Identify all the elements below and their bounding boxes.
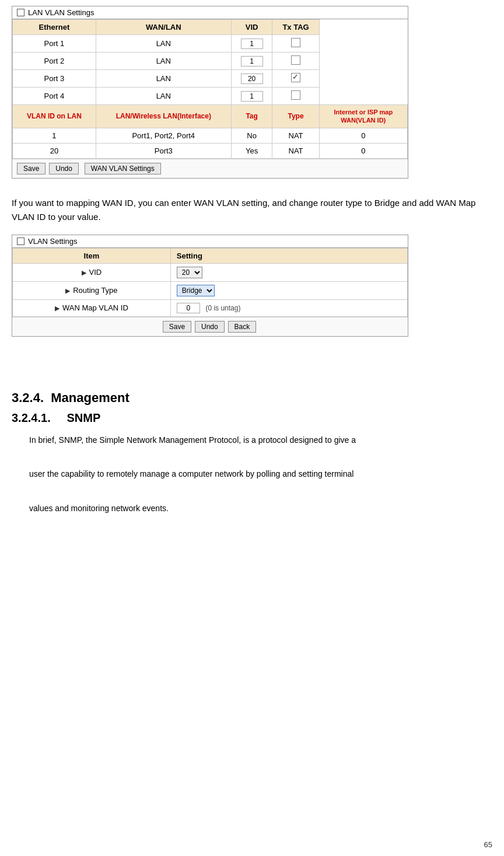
txtag-cell xyxy=(272,70,319,88)
wan-lan-cell: LAN xyxy=(96,88,231,105)
vlan-save-btn[interactable]: Save xyxy=(163,321,191,333)
vid-cell xyxy=(231,35,272,53)
vlan-vid-item: ▶VID xyxy=(13,263,171,281)
section-3241-title: SNMP xyxy=(67,411,101,424)
vid-input-2[interactable] xyxy=(241,74,263,84)
lan-vlan-btn-row: Save Undo WAN VLAN Settings xyxy=(12,159,408,178)
routing-arrow-icon: ▶ xyxy=(65,287,70,295)
wan-vlan-settings-btn[interactable]: WAN VLAN Settings xyxy=(85,163,161,174)
vlan-routing-setting: Bridge NAT xyxy=(170,281,407,299)
wan-lan-cell: LAN xyxy=(96,70,231,88)
lower-type: NAT xyxy=(272,143,319,158)
page-number: 65 xyxy=(484,840,492,849)
vid-input-1[interactable] xyxy=(241,56,263,67)
col-txtag: Tx TAG xyxy=(272,20,319,35)
snmp-line1: In brief, SNMP, the Simple Network Manag… xyxy=(29,435,356,445)
section-324-title: Management xyxy=(51,390,129,405)
vlan-settings-title-text: VLAN Settings xyxy=(28,237,78,246)
section-324-label: 3.2.4. xyxy=(12,390,44,405)
vid-cell xyxy=(231,70,272,88)
vlan-back-btn[interactable]: Back xyxy=(228,321,257,333)
vlan-routing-item: ▶Routing Type xyxy=(13,281,171,299)
lower-isp: 0 xyxy=(319,128,407,143)
vid-input-3[interactable] xyxy=(241,91,263,102)
vlan-vid-row: ▶VID 20 1 xyxy=(13,263,408,281)
snmp-description: In brief, SNMP, the Simple Network Manag… xyxy=(29,432,492,518)
section-3241-heading: 3.2.4.1. SNMP xyxy=(12,411,492,425)
vid-cell xyxy=(231,88,272,105)
vlan-col-item: Item xyxy=(13,248,171,263)
col-lan-wireless: LAN/Wireless LAN(Interface) xyxy=(96,105,231,128)
vlan-col-setting: Setting xyxy=(170,248,407,263)
vid-input-0[interactable] xyxy=(241,39,263,49)
paragraph-text: If you want to mapping WAN ID, you can e… xyxy=(12,196,492,224)
lower-vlan-id: 20 xyxy=(13,143,96,158)
section-3241-label: 3.2.4.1. xyxy=(12,411,51,424)
lower-interface: Port3 xyxy=(96,143,231,158)
lan-vlan-settings-box: LAN VLAN Settings Ethernet WAN/LAN VID T… xyxy=(12,6,408,179)
txtag-cell xyxy=(272,53,319,70)
vlan-wan-map-row: ▶WAN Map VLAN ID (0 is untag) xyxy=(13,299,408,316)
port-cell: Port 4 xyxy=(13,88,96,105)
lan-vlan-checkbox[interactable] xyxy=(17,9,24,16)
vlan-btn-row: Save Undo Back xyxy=(12,317,408,336)
port-cell: Port 2 xyxy=(13,53,96,70)
wan-map-vlan-input[interactable] xyxy=(177,303,200,313)
lan-vlan-title: LAN VLAN Settings xyxy=(12,6,408,19)
col-wan-lan: WAN/LAN xyxy=(96,20,231,35)
lan-vlan-lower-row-1: 20 Port3 Yes NAT 0 xyxy=(13,143,408,158)
port-cell: Port 3 xyxy=(13,70,96,88)
section-324-heading: 3.2.4. Management xyxy=(12,390,492,406)
col-ethernet: Ethernet xyxy=(13,20,96,35)
txtag-cell xyxy=(272,88,319,105)
lower-isp: 0 xyxy=(319,143,407,158)
vlan-settings-box: VLAN Settings Item Setting ▶VID 20 1 xyxy=(12,235,408,337)
lan-vlan-row-1: Port 2 LAN xyxy=(13,53,408,70)
txtag-cell xyxy=(272,35,319,53)
vlan-routing-row: ▶Routing Type Bridge NAT xyxy=(13,281,408,299)
lan-vlan-row-3: Port 4 LAN xyxy=(13,88,408,105)
col-isp-map: Internet or ISP mapWAN(VLAN ID) xyxy=(319,105,407,128)
col-type: Type xyxy=(272,105,319,128)
vlan-settings-checkbox[interactable] xyxy=(17,237,24,245)
col-vid: VID xyxy=(231,20,272,35)
txtag-checkbox-0[interactable] xyxy=(291,38,300,47)
lan-vlan-row-2: Port 3 LAN xyxy=(13,70,408,88)
vid-arrow-icon: ▶ xyxy=(82,269,86,277)
lan-vlan-row-0: Port 1 LAN xyxy=(13,35,408,53)
txtag-checkbox-3[interactable] xyxy=(291,90,300,100)
snmp-line2: user the capability to remotely manage a… xyxy=(29,469,354,478)
wan-map-arrow-icon: ▶ xyxy=(55,305,60,312)
lower-vlan-id: 1 xyxy=(13,128,96,143)
lan-vlan-upper-table: Ethernet WAN/LAN VID Tx TAG Port 1 LAN P… xyxy=(12,19,408,159)
vlan-wan-map-setting: (0 is untag) xyxy=(170,299,407,316)
vid-select[interactable]: 20 1 xyxy=(177,267,202,278)
lower-tag: No xyxy=(231,128,272,143)
lower-type: NAT xyxy=(272,128,319,143)
lan-vlan-undo-btn[interactable]: Undo xyxy=(49,163,79,174)
vid-cell xyxy=(231,53,272,70)
lan-vlan-title-text: LAN VLAN Settings xyxy=(28,8,94,17)
txtag-checkbox-1[interactable] xyxy=(291,55,300,65)
routing-type-select[interactable]: Bridge NAT xyxy=(177,285,215,296)
lan-vlan-save-btn[interactable]: Save xyxy=(17,163,46,174)
txtag-checkbox-2[interactable] xyxy=(291,73,300,82)
untag-label: (0 is untag) xyxy=(205,304,240,312)
wan-lan-cell: LAN xyxy=(96,35,231,53)
snmp-line3: values and monitoring network events. xyxy=(29,504,169,513)
vlan-undo-btn[interactable]: Undo xyxy=(195,321,225,333)
vlan-wan-map-item: ▶WAN Map VLAN ID xyxy=(13,299,171,316)
col-vlan-id-on-lan: VLAN ID on LAN xyxy=(13,105,96,128)
vlan-settings-table: Item Setting ▶VID 20 1 ▶Routing Type xyxy=(12,248,408,317)
wan-lan-cell: LAN xyxy=(96,53,231,70)
vlan-vid-setting: 20 1 xyxy=(170,263,407,281)
col-tag: Tag xyxy=(231,105,272,128)
port-cell: Port 1 xyxy=(13,35,96,53)
lan-vlan-lower-row-0: 1 Port1, Port2, Port4 No NAT 0 xyxy=(13,128,408,143)
vlan-settings-title: VLAN Settings xyxy=(12,235,408,248)
lower-tag: Yes xyxy=(231,143,272,158)
lower-interface: Port1, Port2, Port4 xyxy=(96,128,231,143)
